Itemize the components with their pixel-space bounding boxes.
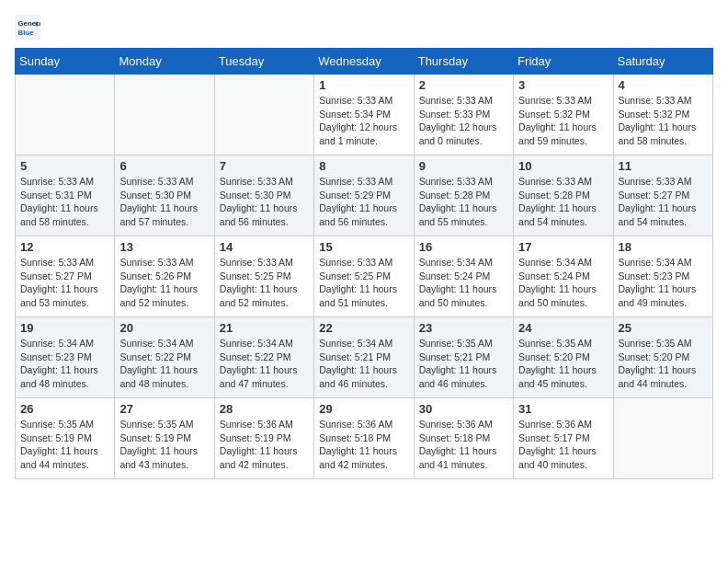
day-detail: Sunrise: 5:34 AM Sunset: 5:22 PM Dayligh…	[220, 337, 309, 391]
day-header-saturday: Saturday	[613, 49, 712, 75]
calendar-day-cell	[613, 398, 712, 479]
day-number: 15	[319, 240, 408, 254]
day-number: 18	[619, 240, 708, 254]
calendar-day-cell: 5Sunrise: 5:33 AM Sunset: 5:31 PM Daylig…	[16, 155, 115, 236]
day-detail: Sunrise: 5:34 AM Sunset: 5:24 PM Dayligh…	[518, 256, 608, 310]
day-detail: Sunrise: 5:33 AM Sunset: 5:32 PM Dayligh…	[518, 94, 608, 148]
day-number: 31	[518, 402, 608, 416]
calendar-week-row: 5Sunrise: 5:33 AM Sunset: 5:31 PM Daylig…	[16, 155, 713, 236]
day-detail: Sunrise: 5:34 AM Sunset: 5:21 PM Dayligh…	[319, 337, 408, 391]
day-number: 23	[419, 321, 508, 335]
calendar-day-cell: 24Sunrise: 5:35 AM Sunset: 5:20 PM Dayli…	[514, 317, 613, 398]
day-number: 26	[20, 402, 109, 416]
day-detail: Sunrise: 5:36 AM Sunset: 5:18 PM Dayligh…	[319, 418, 408, 472]
day-detail: Sunrise: 5:33 AM Sunset: 5:27 PM Dayligh…	[20, 256, 109, 310]
day-number: 3	[518, 78, 608, 92]
day-detail: Sunrise: 5:36 AM Sunset: 5:18 PM Dayligh…	[419, 418, 508, 472]
calendar-day-cell: 17Sunrise: 5:34 AM Sunset: 5:24 PM Dayli…	[514, 236, 613, 317]
day-header-sunday: Sunday	[16, 49, 115, 75]
day-detail: Sunrise: 5:33 AM Sunset: 5:28 PM Dayligh…	[419, 175, 508, 229]
calendar-day-cell: 30Sunrise: 5:36 AM Sunset: 5:18 PM Dayli…	[414, 398, 513, 479]
day-number: 9	[419, 159, 508, 173]
calendar-day-cell: 10Sunrise: 5:33 AM Sunset: 5:28 PM Dayli…	[514, 155, 613, 236]
calendar-day-cell: 4Sunrise: 5:33 AM Sunset: 5:32 PM Daylig…	[613, 75, 712, 155]
calendar-day-cell	[214, 75, 313, 155]
day-detail: Sunrise: 5:33 AM Sunset: 5:32 PM Dayligh…	[619, 94, 708, 148]
day-number: 2	[419, 78, 508, 92]
calendar-day-cell: 22Sunrise: 5:34 AM Sunset: 5:21 PM Dayli…	[314, 317, 414, 398]
calendar-day-cell: 14Sunrise: 5:33 AM Sunset: 5:25 PM Dayli…	[214, 236, 313, 317]
day-number: 30	[419, 402, 508, 416]
day-number: 24	[518, 321, 608, 335]
calendar-day-cell: 26Sunrise: 5:35 AM Sunset: 5:19 PM Dayli…	[16, 398, 115, 479]
day-detail: Sunrise: 5:35 AM Sunset: 5:19 PM Dayligh…	[119, 418, 209, 472]
day-number: 25	[619, 321, 708, 335]
calendar-day-cell: 3Sunrise: 5:33 AM Sunset: 5:32 PM Daylig…	[514, 75, 613, 155]
svg-text:Blue: Blue	[18, 29, 35, 37]
calendar-day-cell: 31Sunrise: 5:36 AM Sunset: 5:17 PM Dayli…	[514, 398, 613, 479]
calendar-day-cell: 18Sunrise: 5:34 AM Sunset: 5:23 PM Dayli…	[613, 236, 712, 317]
day-detail: Sunrise: 5:33 AM Sunset: 5:27 PM Dayligh…	[619, 175, 708, 229]
day-detail: Sunrise: 5:33 AM Sunset: 5:28 PM Dayligh…	[518, 175, 608, 229]
day-detail: Sunrise: 5:34 AM Sunset: 5:24 PM Dayligh…	[419, 256, 508, 310]
calendar-day-cell: 29Sunrise: 5:36 AM Sunset: 5:18 PM Dayli…	[314, 398, 414, 479]
day-number: 22	[319, 321, 408, 335]
day-header-thursday: Thursday	[414, 49, 513, 75]
day-number: 7	[220, 159, 309, 173]
calendar-day-cell: 6Sunrise: 5:33 AM Sunset: 5:30 PM Daylig…	[115, 155, 214, 236]
calendar-week-row: 19Sunrise: 5:34 AM Sunset: 5:23 PM Dayli…	[16, 317, 713, 398]
day-detail: Sunrise: 5:33 AM Sunset: 5:33 PM Dayligh…	[419, 94, 508, 148]
day-detail: Sunrise: 5:34 AM Sunset: 5:23 PM Dayligh…	[20, 337, 109, 391]
day-number: 16	[419, 240, 508, 254]
day-detail: Sunrise: 5:33 AM Sunset: 5:25 PM Dayligh…	[220, 256, 309, 310]
day-number: 4	[619, 78, 708, 92]
day-detail: Sunrise: 5:35 AM Sunset: 5:21 PM Dayligh…	[419, 337, 508, 391]
calendar-day-cell: 23Sunrise: 5:35 AM Sunset: 5:21 PM Dayli…	[414, 317, 513, 398]
calendar-day-cell: 20Sunrise: 5:34 AM Sunset: 5:22 PM Dayli…	[115, 317, 214, 398]
day-detail: Sunrise: 5:35 AM Sunset: 5:20 PM Dayligh…	[619, 337, 708, 391]
calendar-header-row: SundayMondayTuesdayWednesdayThursdayFrid…	[16, 49, 713, 75]
day-number: 19	[20, 321, 109, 335]
day-detail: Sunrise: 5:35 AM Sunset: 5:19 PM Dayligh…	[20, 418, 109, 472]
day-detail: Sunrise: 5:33 AM Sunset: 5:30 PM Dayligh…	[119, 175, 209, 229]
calendar-day-cell: 21Sunrise: 5:34 AM Sunset: 5:22 PM Dayli…	[214, 317, 313, 398]
day-number: 10	[518, 159, 608, 173]
day-number: 13	[119, 240, 209, 254]
day-number: 20	[119, 321, 209, 335]
day-number: 6	[119, 159, 209, 173]
calendar-day-cell	[115, 75, 214, 155]
calendar-day-cell: 19Sunrise: 5:34 AM Sunset: 5:23 PM Dayli…	[16, 317, 115, 398]
logo-icon: General Blue	[15, 15, 40, 40]
day-number: 27	[119, 402, 209, 416]
calendar-day-cell: 13Sunrise: 5:33 AM Sunset: 5:26 PM Dayli…	[115, 236, 214, 317]
day-detail: Sunrise: 5:33 AM Sunset: 5:29 PM Dayligh…	[319, 175, 408, 229]
day-detail: Sunrise: 5:33 AM Sunset: 5:30 PM Dayligh…	[220, 175, 309, 229]
day-detail: Sunrise: 5:33 AM Sunset: 5:34 PM Dayligh…	[319, 94, 408, 148]
day-number: 28	[220, 402, 309, 416]
day-number: 11	[619, 159, 708, 173]
calendar-day-cell: 16Sunrise: 5:34 AM Sunset: 5:24 PM Dayli…	[414, 236, 513, 317]
day-number: 1	[319, 78, 408, 92]
day-detail: Sunrise: 5:36 AM Sunset: 5:17 PM Dayligh…	[518, 418, 608, 472]
day-number: 17	[518, 240, 608, 254]
calendar-day-cell: 15Sunrise: 5:33 AM Sunset: 5:25 PM Dayli…	[314, 236, 414, 317]
day-detail: Sunrise: 5:33 AM Sunset: 5:26 PM Dayligh…	[119, 256, 209, 310]
calendar-day-cell: 8Sunrise: 5:33 AM Sunset: 5:29 PM Daylig…	[314, 155, 414, 236]
day-detail: Sunrise: 5:36 AM Sunset: 5:19 PM Dayligh…	[220, 418, 309, 472]
calendar-day-cell: 25Sunrise: 5:35 AM Sunset: 5:20 PM Dayli…	[613, 317, 712, 398]
day-detail: Sunrise: 5:33 AM Sunset: 5:31 PM Dayligh…	[20, 175, 109, 229]
calendar-day-cell: 11Sunrise: 5:33 AM Sunset: 5:27 PM Dayli…	[613, 155, 712, 236]
day-header-friday: Friday	[514, 49, 613, 75]
day-header-wednesday: Wednesday	[314, 49, 414, 75]
calendar-day-cell: 9Sunrise: 5:33 AM Sunset: 5:28 PM Daylig…	[414, 155, 513, 236]
day-number: 5	[20, 159, 109, 173]
calendar-table: SundayMondayTuesdayWednesdayThursdayFrid…	[15, 48, 713, 479]
calendar-day-cell: 7Sunrise: 5:33 AM Sunset: 5:30 PM Daylig…	[214, 155, 313, 236]
calendar-day-cell	[16, 75, 115, 155]
calendar-day-cell: 2Sunrise: 5:33 AM Sunset: 5:33 PM Daylig…	[414, 75, 513, 155]
page-header: General Blue	[15, 15, 713, 40]
day-number: 14	[220, 240, 309, 254]
calendar-week-row: 12Sunrise: 5:33 AM Sunset: 5:27 PM Dayli…	[16, 236, 713, 317]
calendar-day-cell: 28Sunrise: 5:36 AM Sunset: 5:19 PM Dayli…	[214, 398, 313, 479]
day-number: 21	[220, 321, 309, 335]
